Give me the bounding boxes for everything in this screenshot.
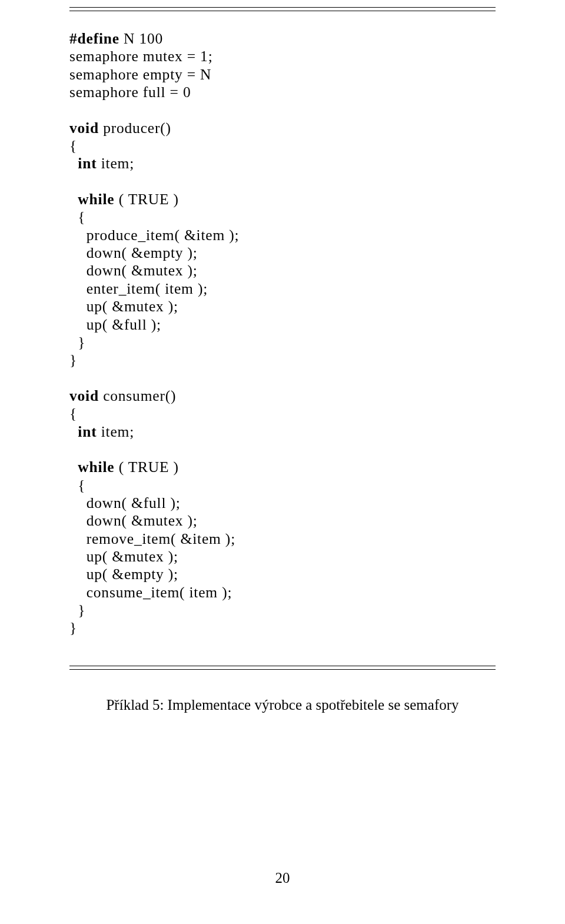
code-line: } [69,619,496,637]
code-line: while ( TRUE ) [69,191,496,208]
page: #define N 100semaphore mutex = 1;semapho… [0,0,565,924]
code-line: while ( TRUE ) [69,458,496,476]
code-line: remove_item( &item ); [69,530,496,548]
code-line: semaphore full = 0 [69,84,496,101]
code-line: produce_item( &item ); [69,227,496,244]
bottom-rule-2 [69,669,496,670]
code-line: down( &mutex ); [69,512,496,530]
code-line: } [69,334,496,351]
code-line: int item; [69,155,496,172]
code-line [69,370,496,387]
code-line: up( &full ); [69,316,496,334]
code-line: { [69,477,496,494]
top-rule-group [69,0,496,11]
bottom-rule-1 [69,666,496,666]
code-line: { [69,208,496,226]
code-line: enter_item( item ); [69,280,496,298]
code-line [69,101,496,119]
code-line: down( &empty ); [69,244,496,262]
top-rule-1 [69,7,496,8]
figure-caption: Příklad 5: Implementace výrobce a spotře… [69,697,496,713]
code-line: int item; [69,423,496,441]
code-line: up( &mutex ); [69,298,496,315]
code-line: void consumer() [69,387,496,405]
code-line: consume_item( item ); [69,584,496,601]
code-line: } [69,601,496,619]
code-line: void producer() [69,119,496,137]
code-line: semaphore mutex = 1; [69,48,496,65]
code-line: down( &mutex ); [69,262,496,280]
code-line: } [69,351,496,369]
code-line: #define N 100 [69,30,496,48]
bottom-rule-group [69,666,496,670]
code-line: { [69,405,496,423]
code-listing: #define N 100semaphore mutex = 1;semapho… [69,30,496,637]
code-line: { [69,137,496,155]
code-line: up( &empty ); [69,566,496,583]
code-line: down( &full ); [69,494,496,512]
code-line: semaphore empty = N [69,66,496,84]
top-rule-2 [69,11,496,11]
code-line [69,441,496,458]
code-line: up( &mutex ); [69,548,496,566]
page-number: 20 [0,870,565,886]
code-line [69,173,496,191]
